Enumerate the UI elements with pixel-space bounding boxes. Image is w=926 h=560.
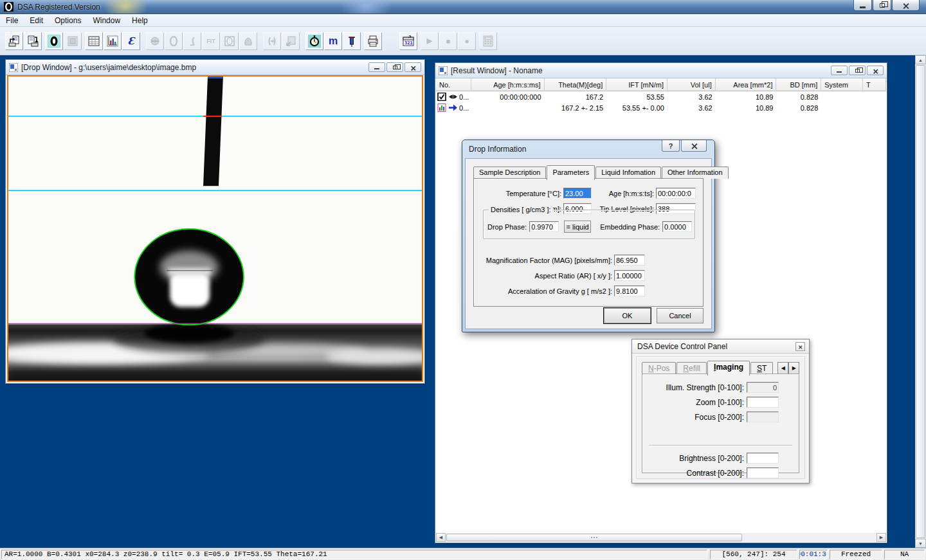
drop-window: [Drop Window] - g:\users\jaime\desktop\i… [5, 59, 425, 384]
column-header-theta[interactable]: Theta(M)[deg] [545, 78, 607, 91]
video-counter-button[interactable]: 321 [399, 32, 417, 50]
tab-n-pos[interactable]: N-Pos [642, 362, 676, 374]
cell-bd: 0.828 [776, 91, 821, 102]
scrollbar-thumb[interactable] [916, 65, 925, 538]
column-header-bd[interactable]: BD [mm] [776, 78, 821, 91]
menu-options[interactable]: Options [49, 15, 87, 26]
minimize-icon [374, 68, 379, 69]
magnification-icon: m [329, 35, 338, 47]
tab-st[interactable]: ST [750, 362, 773, 374]
stopwatch-button[interactable] [305, 32, 323, 50]
contrast-input[interactable] [747, 467, 779, 478]
result-close-button[interactable] [867, 66, 884, 75]
print-button[interactable] [364, 32, 382, 50]
cell-vol: 3.62 [667, 102, 716, 113]
column-header-t[interactable]: T [863, 78, 886, 91]
arrow-right-icon [448, 104, 458, 112]
focus-input[interactable] [747, 411, 779, 422]
column-header-system[interactable]: System [821, 78, 863, 91]
chart-window-button[interactable] [104, 32, 122, 50]
scroll-left-arrow[interactable]: ◀ [436, 533, 446, 542]
scroll-down-arrow[interactable]: ▼ [915, 539, 926, 548]
drop-phase-label: Drop Phase: [487, 223, 527, 231]
tab-refill[interactable]: Refill [676, 362, 707, 374]
drop-close-button[interactable] [404, 62, 421, 72]
result-restore-button[interactable] [849, 66, 866, 75]
drop-restore-button[interactable] [386, 62, 403, 72]
device-control-panel: DSA Device Control Panel N-Pos Refill Im… [631, 339, 810, 483]
restore-icon [393, 66, 397, 69]
tab-scroll-right-button[interactable]: ▶ [788, 362, 799, 374]
menu-file[interactable]: File [0, 15, 24, 26]
minimize-button[interactable] [853, 0, 872, 11]
menu-window[interactable]: Window [87, 15, 126, 26]
liquid-button[interactable]: = liquid [564, 221, 591, 233]
glass-glow [103, 0, 148, 14]
column-header-no[interactable]: No. [436, 78, 471, 91]
age-input[interactable] [656, 188, 696, 199]
age-label: Age [h:m:s:ts]: [592, 190, 654, 197]
drop-minimize-button[interactable] [368, 62, 385, 72]
tab-liquid-information[interactable]: Liquid Infomation [595, 167, 661, 179]
temperature-input[interactable] [563, 188, 592, 199]
menu-bar: File Edit Options Window Help [0, 14, 926, 27]
cell-ift: 53.55 [606, 91, 667, 102]
checked-checkbox-icon[interactable] [437, 93, 447, 101]
close-icon [411, 65, 415, 69]
column-header-ift[interactable]: IFT [mN/m] [606, 78, 667, 91]
dialog-close-button[interactable] [681, 140, 707, 152]
dialog-help-button[interactable]: ? [662, 140, 680, 152]
result-window-titlebar[interactable]: [Result Window] - Noname [435, 63, 887, 78]
device-panel-close-button[interactable] [795, 342, 805, 351]
epsilon-method-button[interactable]: Ɛ [122, 32, 140, 50]
tab-sample-description[interactable]: Sample Description [473, 167, 546, 179]
table-row[interactable]: 0... 167.2 +- 2.15 53.55 +- 0.00 3.62 10… [436, 102, 886, 113]
close-button[interactable] [892, 0, 920, 11]
menu-edit[interactable]: Edit [24, 15, 49, 26]
ok-button[interactable]: OK [604, 308, 651, 323]
fit-method-button: FIT [202, 32, 220, 50]
result-minimize-button[interactable] [831, 66, 848, 75]
column-header-area[interactable]: Area [mm*2] [716, 78, 777, 91]
cell-age: 00:00:00:000 [471, 91, 545, 102]
scrollbar-thumb[interactable] [446, 534, 742, 541]
column-header-age[interactable]: Age [h:m:s:ms] [471, 78, 545, 91]
gravity-input[interactable] [614, 285, 645, 296]
brightness-input[interactable] [747, 453, 779, 464]
magnification-factor-label: Magnification Factor (MAG) [pixels/mm]: [479, 257, 612, 264]
zoom-input[interactable] [747, 397, 779, 408]
mdi-vertical-scrollbar[interactable]: ▲ ▼ [915, 55, 926, 548]
device-panel-titlebar[interactable]: DSA Device Control Panel [632, 339, 809, 354]
cell-bd: 0.828 [776, 102, 821, 113]
tab-other-information[interactable]: Other Information [662, 167, 729, 179]
export-image-button[interactable] [24, 32, 42, 50]
magnification-button[interactable]: m [324, 32, 342, 50]
magnification-factor-input[interactable] [614, 255, 645, 266]
drop-image-area[interactable] [7, 75, 423, 382]
tab-scroll-left-button[interactable]: ◀ [777, 362, 788, 374]
drop-window-button[interactable] [45, 32, 63, 50]
scroll-right-arrow[interactable]: ▶ [876, 533, 886, 542]
menu-help[interactable]: Help [126, 15, 154, 26]
drop-phase-input[interactable] [529, 221, 559, 232]
drop-information-dialog: Drop Information ? Sample Description Pa… [462, 140, 715, 332]
column-header-vol[interactable]: Vol [ul] [667, 78, 716, 91]
restore-button[interactable] [873, 0, 891, 11]
temperature-label: Temperature [°C]: [479, 190, 561, 197]
scroll-up-arrow[interactable]: ▲ [915, 55, 926, 64]
cancel-button[interactable]: Cancel [657, 308, 704, 323]
table-row[interactable]: 0... 00:00:00:000 167.2 53.55 3.62 10.89… [436, 91, 886, 102]
tab-parameters[interactable]: Parameters [547, 165, 595, 180]
drop-window-titlebar[interactable]: [Drop Window] - g:\users\jaime\desktop\i… [6, 60, 424, 75]
horizontal-scrollbar[interactable]: ◀ ▶ [436, 533, 886, 542]
import-image-button[interactable] [5, 32, 23, 50]
aspect-ratio-input[interactable] [614, 270, 645, 281]
result-table-button[interactable] [85, 32, 103, 50]
dialog-tabs: Sample Description Parameters Liquid Inf… [473, 165, 729, 179]
title-bar[interactable]: DSA Registered Version [0, 0, 926, 14]
tab-imaging[interactable]: Imaging [707, 361, 750, 375]
illum-strength-input[interactable] [747, 382, 779, 393]
dosing-syringe-button[interactable] [343, 32, 361, 50]
cell-t [863, 102, 886, 113]
embedding-phase-input[interactable] [662, 221, 692, 232]
